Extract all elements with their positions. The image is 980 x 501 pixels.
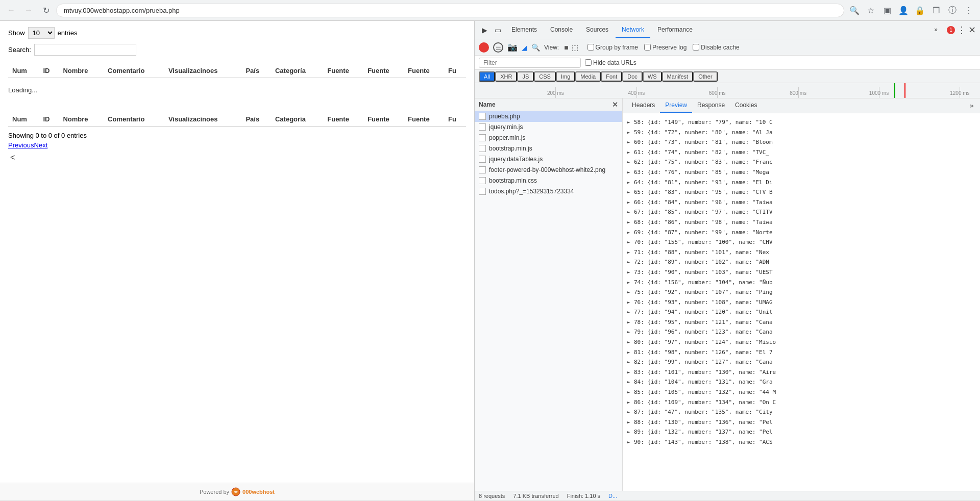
details-tab-preview[interactable]: Preview: [660, 98, 692, 113]
ext2-icon[interactable]: 👤: [896, 3, 911, 17]
response-line[interactable]: ► 84: {id: "104", number: "131", name: "…: [627, 377, 976, 387]
filter-all[interactable]: All: [479, 71, 495, 82]
response-line[interactable]: ► 86: {id: "109", number: "134", name: "…: [627, 397, 976, 408]
file-list-close-icon[interactable]: ✕: [612, 101, 618, 109]
response-line[interactable]: ► 70: {id: "155", number: "100", name: "…: [627, 237, 976, 247]
group-by-frame-checkbox[interactable]: [587, 44, 594, 51]
devtools-menu-icon[interactable]: ⋮: [957, 24, 966, 36]
star-icon[interactable]: ☆: [864, 3, 878, 17]
response-line[interactable]: ► 61: {id: "74", number: "82", name: "TV…: [627, 147, 976, 158]
preserve-log-checkbox[interactable]: [644, 44, 651, 51]
response-line[interactable]: ► 82: {id: "99", number: "127", name: "C…: [627, 357, 976, 367]
response-line[interactable]: ► 59: {id: "72", number: "80", name: "Al…: [627, 128, 976, 138]
details-tab-response[interactable]: Response: [692, 98, 730, 113]
filter-doc[interactable]: Doc: [622, 71, 643, 82]
forward-button[interactable]: →: [21, 3, 36, 17]
devtools-close-icon[interactable]: ✕: [968, 24, 976, 36]
file-list-item[interactable]: prueba.php: [475, 111, 622, 122]
response-line[interactable]: ► 90: {id: "143", number: "138", name: "…: [627, 437, 976, 447]
status-dom-anchor[interactable]: D...: [608, 493, 617, 499]
search-network-icon[interactable]: 🔍: [531, 43, 540, 52]
record-button[interactable]: [479, 42, 489, 53]
response-line[interactable]: ► 83: {id: "101", number: "130", name: "…: [627, 367, 976, 378]
details-tab-headers[interactable]: Headers: [627, 98, 660, 113]
ext5-icon[interactable]: ⓘ: [945, 3, 960, 17]
filter-font[interactable]: Font: [601, 71, 622, 82]
tab-console[interactable]: Console: [544, 22, 579, 38]
details-tab-cookies[interactable]: Cookies: [730, 98, 762, 113]
reload-button[interactable]: ↻: [39, 3, 53, 17]
details-more-icon[interactable]: »: [968, 98, 976, 113]
ext4-icon[interactable]: ❐: [929, 3, 943, 17]
response-line[interactable]: ► 66: {id: "84", number: "96", name: "Ta…: [627, 197, 976, 208]
tab-performance[interactable]: Performance: [651, 22, 699, 38]
screenshot-icon[interactable]: 📷: [507, 42, 518, 52]
grid-view-icon[interactable]: ⬚: [571, 42, 579, 53]
tab-more[interactable]: »: [928, 22, 944, 38]
next-link[interactable]: Next: [34, 141, 48, 149]
response-line[interactable]: ► 79: {id: "96", number: "123", name: "C…: [627, 327, 976, 337]
response-line[interactable]: ► 77: {id: "94", number: "120", name: "U…: [627, 307, 976, 317]
address-bar[interactable]: mtvuy.000webhostapp.com/prueba.php: [56, 4, 844, 17]
filter-js[interactable]: JS: [517, 71, 534, 82]
show-select[interactable]: 10 25 50 100: [28, 27, 55, 39]
file-list-item[interactable]: bootstrap.min.css: [475, 176, 622, 186]
ext3-icon[interactable]: 🔒: [913, 3, 927, 17]
file-list-item[interactable]: todos.php?_=15329315723334: [475, 186, 622, 197]
device-icon[interactable]: ▭: [492, 24, 504, 36]
filter-manifest[interactable]: Manifest: [662, 71, 694, 82]
file-list-item[interactable]: jquery.min.js: [475, 122, 622, 133]
ext1-icon[interactable]: ▣: [880, 3, 894, 17]
response-line[interactable]: ► 72: {id: "89", number: "102", name: "A…: [627, 257, 976, 267]
response-line[interactable]: ► 75: {id: "92", number: "107", name: "P…: [627, 287, 976, 297]
filter-media[interactable]: Media: [575, 71, 601, 82]
search-input[interactable]: [34, 44, 136, 56]
tab-sources[interactable]: Sources: [580, 22, 615, 38]
filter-css[interactable]: CSS: [534, 71, 556, 82]
tab-network[interactable]: Network: [616, 22, 650, 38]
file-list-item[interactable]: bootstrap.min.js: [475, 143, 622, 154]
response-line[interactable]: ► 81: {id: "98", number: "126", name: "E…: [627, 347, 976, 358]
hide-data-urls-option[interactable]: Hide data URLs: [585, 59, 636, 66]
back-button[interactable]: ←: [4, 3, 18, 17]
preserve-log-option[interactable]: Preserve log: [644, 44, 687, 51]
inspect-icon[interactable]: ▶: [479, 24, 491, 36]
filter-xhr[interactable]: XHR: [495, 71, 517, 82]
response-line[interactable]: ► 65: {id: "83", number: "95", name: "CT…: [627, 187, 976, 197]
response-line[interactable]: ► 71: {id: "88", number: "101", name: "N…: [627, 247, 976, 258]
response-line[interactable]: ► 62: {id: "75", number: "83", name: "Fr…: [627, 157, 976, 167]
menu-icon[interactable]: ⋮: [962, 3, 976, 17]
response-line[interactable]: ► 80: {id: "97", number: "124", name: "M…: [627, 337, 976, 347]
file-list-item[interactable]: popper.min.js: [475, 133, 622, 143]
prev-link[interactable]: Previous: [8, 141, 34, 149]
filter-img[interactable]: Img: [556, 71, 575, 82]
response-line[interactable]: ► 60: {id: "73", number: "81", name: "Bl…: [627, 137, 976, 147]
disable-cache-checkbox[interactable]: [693, 44, 699, 51]
status-dom-link[interactable]: D...: [608, 493, 617, 499]
response-line[interactable]: ► 73: {id: "90", number: "103", name: "U…: [627, 267, 976, 278]
response-line[interactable]: ► 69: {id: "87", number: "99", name: "No…: [627, 228, 976, 238]
response-line[interactable]: ► 64: {id: "81", number: "93", name: "El…: [627, 178, 976, 188]
zoom-icon[interactable]: 🔍: [847, 3, 862, 17]
stop-button[interactable]: ⚌: [493, 42, 503, 53]
filter-input[interactable]: [479, 58, 581, 68]
left-angle[interactable]: <: [8, 152, 17, 163]
response-line[interactable]: ► 78: {id: "95", number: "121", name: "C…: [627, 317, 976, 328]
response-line[interactable]: ► 68: {id: "86", number: "98", name: "Ta…: [627, 217, 976, 228]
list-view-icon[interactable]: ■: [563, 42, 569, 53]
file-list-item[interactable]: footer-powered-by-000webhost-white2.png: [475, 165, 622, 176]
disable-cache-option[interactable]: Disable cache: [693, 44, 739, 51]
filter-icon[interactable]: ◢: [522, 43, 527, 52]
filter-other[interactable]: Other: [693, 71, 718, 82]
response-line[interactable]: ► 87: {id: "47", number: "135", name: "C…: [627, 407, 976, 417]
response-line[interactable]: ► 85: {id: "105", number: "132", name: "…: [627, 387, 976, 397]
group-by-frame-option[interactable]: Group by frame: [587, 44, 638, 51]
hide-data-urls-checkbox[interactable]: [585, 59, 592, 66]
file-list-item[interactable]: jquery.dataTables.js: [475, 154, 622, 165]
response-line[interactable]: ► 88: {id: "130", number: "136", name: "…: [627, 417, 976, 428]
response-line[interactable]: ► 67: {id: "85", number: "97", name: "CT…: [627, 207, 976, 217]
response-line[interactable]: ► 58: {id: "149", number: "79", name: "1…: [627, 117, 976, 128]
response-line[interactable]: ► 76: {id: "93", number: "108", name: "U…: [627, 297, 976, 308]
filter-ws[interactable]: WS: [643, 71, 662, 82]
response-line[interactable]: ► 74: {id: "156", number: "104", name: "…: [627, 278, 976, 288]
